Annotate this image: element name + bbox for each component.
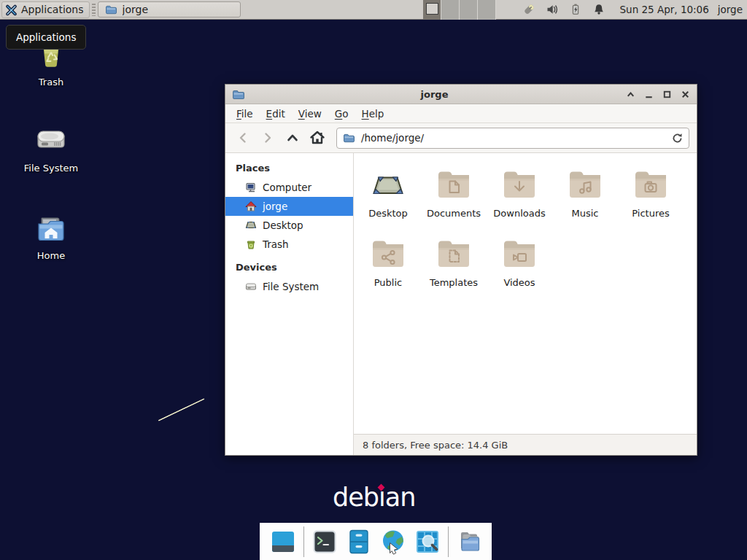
window-title: jorge (244, 89, 624, 100)
folder-template-icon (436, 234, 471, 275)
panel-separator-handle[interactable] (92, 4, 96, 16)
workspace-4[interactable] (478, 0, 496, 20)
tooltip-text: Applications (16, 31, 76, 43)
status-text: 8 folders, Free space: 14.4 GiB (363, 440, 508, 451)
file-item-documents[interactable]: Documents (421, 165, 487, 234)
volume-icon[interactable] (546, 3, 559, 16)
panel-user-label[interactable]: jorge (718, 4, 743, 15)
taskbar-window-label: jorge (123, 4, 148, 15)
file-manager-window: jorge FileEditViewGoHelp (225, 84, 697, 456)
xfce-logo-icon (4, 3, 18, 16)
debian-logo-dot (378, 484, 385, 491)
path-input[interactable]: /home/jorge/ (361, 132, 665, 144)
file-grid: Desktop Documents Downloads Music Pictur… (354, 153, 697, 434)
workspace-1[interactable] (423, 0, 441, 20)
home-red-icon (245, 201, 257, 212)
battery-icon[interactable] (569, 3, 582, 16)
trash-mini-icon (245, 238, 257, 250)
desktop-icon-home[interactable]: Home (16, 213, 86, 261)
sidebar-item-computer[interactable]: Computer (225, 178, 353, 197)
toolbar: /home/jorge/ (225, 123, 697, 153)
workspace-switcher (423, 0, 496, 20)
desktop-icon-label: Trash (39, 77, 63, 88)
back-button[interactable] (233, 128, 253, 148)
home-button[interactable] (307, 128, 328, 148)
places-header: Places (225, 158, 353, 178)
path-bar[interactable]: /home/jorge/ (336, 128, 689, 149)
file-item-music[interactable]: Music (552, 165, 618, 234)
mouse-tray-icon[interactable] (522, 3, 535, 16)
applications-menu-label: Applications (21, 4, 84, 15)
workspace-2[interactable] (441, 0, 460, 20)
dock-separator (448, 526, 449, 557)
desktop-scratch-line (158, 398, 205, 421)
home-folder-icon (35, 213, 67, 245)
file-item-public[interactable]: Public (355, 234, 421, 303)
dock-item-terminal[interactable] (311, 528, 338, 556)
dock-item-web-browser[interactable] (379, 528, 407, 556)
file-item-videos[interactable]: Videos (487, 234, 552, 303)
system-tray (522, 3, 605, 16)
computer-icon (245, 182, 257, 193)
desktop-icon-label: File System (24, 163, 78, 174)
dock (260, 523, 492, 560)
dock-item-file-cabinet[interactable] (345, 528, 373, 556)
desktop-screen: Applications jorge (0, 0, 747, 560)
notifications-bell-icon[interactable] (592, 3, 605, 16)
path-folder-icon (342, 131, 355, 144)
folder-down-icon (502, 165, 537, 206)
file-item-templates[interactable]: Templates (421, 234, 487, 303)
menu-item-go[interactable]: Go (328, 106, 355, 122)
sidebar: Places Computer jorge Desktop Trash Devi… (225, 153, 354, 455)
top-panel: Applications jorge (0, 0, 747, 20)
drive-mini-icon (245, 281, 257, 292)
file-item-desktop[interactable]: Desktop (355, 165, 421, 234)
taskbar-window-button[interactable]: jorge (98, 1, 241, 18)
maximize-button[interactable] (661, 88, 673, 100)
menu-item-file[interactable]: File (230, 106, 260, 122)
desktop-icon (371, 165, 406, 206)
folder-camera-icon (633, 165, 668, 206)
reload-icon[interactable] (670, 131, 684, 144)
sidebar-item-jorge[interactable]: jorge (225, 197, 353, 216)
file-item-downloads[interactable]: Downloads (487, 165, 552, 234)
workspace-3[interactable] (460, 0, 478, 20)
hard-drive-icon (34, 124, 68, 158)
devices-header: Devices (225, 257, 353, 277)
sidebar-item-trash[interactable]: Trash (225, 235, 353, 254)
dock-separator (303, 526, 304, 557)
desktop-icon-file-system[interactable]: File System (16, 124, 86, 174)
window-folder-icon (104, 3, 117, 16)
window-folder-icon (231, 88, 244, 101)
workspace-window-preview (426, 3, 438, 15)
sidebar-item-desktop[interactable]: Desktop (225, 216, 353, 235)
dock-item-directory-menu[interactable] (455, 528, 483, 556)
window-titlebar[interactable]: jorge (225, 85, 697, 104)
dock-item-app-finder[interactable] (414, 528, 441, 556)
applications-tooltip: Applications (6, 25, 86, 50)
up-button[interactable] (282, 128, 303, 148)
applications-menu-button[interactable]: Applications (1, 1, 90, 18)
folder-share-icon (371, 234, 406, 275)
shade-button[interactable] (624, 88, 636, 100)
debian-logo: debıan (333, 483, 415, 512)
close-button[interactable] (679, 88, 691, 100)
status-bar: 8 folders, Free space: 14.4 GiB (354, 434, 697, 455)
menu-item-help[interactable]: Help (355, 106, 391, 122)
menu-item-view[interactable]: View (292, 106, 328, 122)
folder-music-icon (568, 165, 603, 206)
folder-doc-icon (436, 165, 471, 206)
minimize-button[interactable] (643, 88, 654, 100)
forward-button[interactable] (258, 128, 278, 148)
desktop-icon-label: Home (37, 250, 65, 261)
file-item-pictures[interactable]: Pictures (618, 165, 684, 234)
dock-item-display[interactable] (269, 528, 297, 556)
desktop-mini-icon (245, 219, 257, 231)
menu-item-edit[interactable]: Edit (260, 106, 292, 122)
folder-video-icon (502, 234, 537, 275)
menu-bar: FileEditViewGoHelp (225, 104, 697, 123)
panel-clock[interactable]: Sun 25 Apr, 10:06 (620, 4, 709, 15)
sidebar-item-file-system[interactable]: File System (225, 277, 353, 296)
